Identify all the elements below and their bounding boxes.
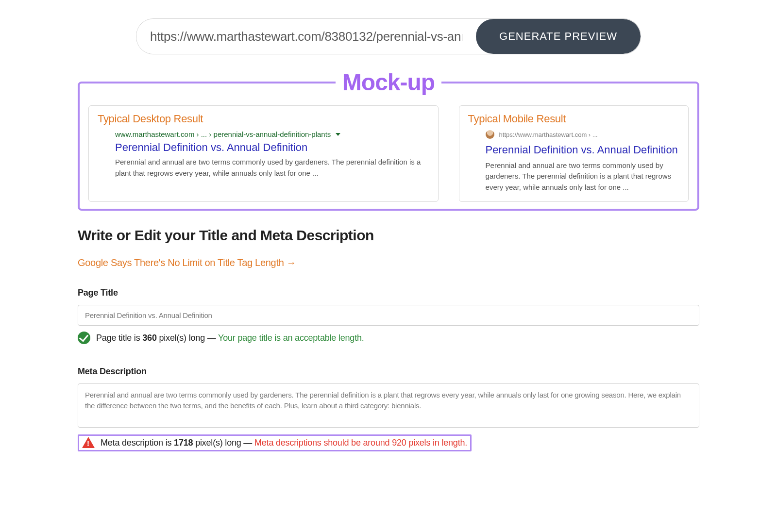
desktop-breadcrumb: www.marthastewart.com › ... › perennial-… xyxy=(115,130,429,138)
desktop-result-heading: Typical Desktop Result xyxy=(98,113,429,125)
warning-icon xyxy=(82,437,95,448)
editor-heading: Write or Edit your Title and Meta Descri… xyxy=(78,227,699,244)
favicon-icon xyxy=(486,130,494,139)
page-title-label: Page Title xyxy=(78,288,699,298)
meta-status-highlight: Meta description is 1718 pixel(s) long —… xyxy=(78,434,472,451)
url-input[interactable] xyxy=(136,19,476,54)
mobile-breadcrumb: https://www.marthastewart.com › ... xyxy=(486,130,679,139)
meta-description-status: Meta description is 1718 pixel(s) long —… xyxy=(82,438,467,448)
desktop-breadcrumb-text: www.marthastewart.com › ... › perennial-… xyxy=(115,130,331,138)
meta-description-status-text: Meta description is 1718 pixel(s) long —… xyxy=(101,438,467,448)
mobile-breadcrumb-text: https://www.marthastewart.com › ... xyxy=(499,131,598,138)
mockup-legend: Mock-up xyxy=(336,69,441,96)
page-title-status: Page title is 360 pixel(s) long — Your p… xyxy=(78,332,699,344)
check-icon xyxy=(78,332,90,344)
desktop-result-title[interactable]: Perennial Definition vs. Annual Definiti… xyxy=(115,141,429,154)
desktop-result-snippet: Perennial and annual are two terms commo… xyxy=(115,157,429,179)
mobile-result-heading: Typical Mobile Result xyxy=(468,113,679,125)
mockup-section: Mock-up Typical Desktop Result www.marth… xyxy=(78,69,699,211)
desktop-result-card: Typical Desktop Result www.marthastewart… xyxy=(88,105,439,202)
page-title-input[interactable] xyxy=(78,305,699,326)
title-length-article-link[interactable]: Google Says There's No Limit on Title Ta… xyxy=(78,257,296,268)
mobile-result-snippet: Perennial and annual are two terms commo… xyxy=(486,160,679,193)
mobile-result-card: Typical Mobile Result https://www.martha… xyxy=(459,105,689,202)
page-title-status-text: Page title is 360 pixel(s) long — Your p… xyxy=(96,333,364,343)
meta-description-input[interactable]: Perennial and annual are two terms commo… xyxy=(78,383,699,428)
meta-description-label: Meta Description xyxy=(78,366,699,377)
dropdown-arrow-icon[interactable] xyxy=(336,133,340,136)
url-row: GENERATE PREVIEW xyxy=(136,18,641,54)
generate-preview-button[interactable]: GENERATE PREVIEW xyxy=(476,19,641,54)
mobile-result-title[interactable]: Perennial Definition vs. Annual Definiti… xyxy=(486,143,679,157)
